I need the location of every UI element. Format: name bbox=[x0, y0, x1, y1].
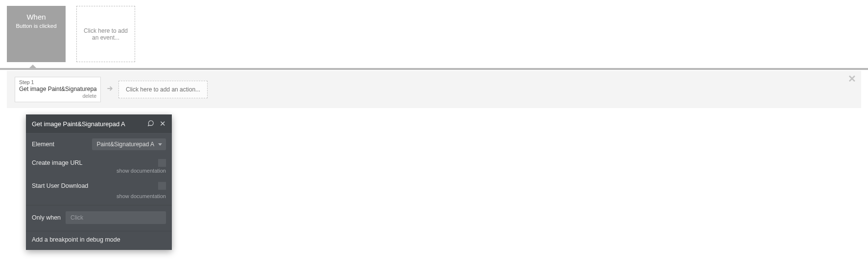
steps-panel: Step 1 Get image Paint&Signaturepad A de… bbox=[7, 71, 861, 108]
add-action-label: Click here to add an action... bbox=[126, 86, 200, 93]
event-card[interactable]: When Button is clicked bbox=[7, 6, 66, 62]
events-row: When Button is clicked Click here to add… bbox=[0, 0, 868, 68]
step-card[interactable]: Step 1 Get image Paint&Signaturepad A de… bbox=[15, 77, 101, 102]
divider-arrow-icon bbox=[28, 65, 37, 69]
close-steps-icon[interactable]: ✕ bbox=[848, 74, 856, 84]
step-delete-link[interactable]: delete bbox=[19, 93, 96, 99]
add-event-label: Click here to add an event... bbox=[82, 27, 130, 41]
add-event-card[interactable]: Click here to add an event... bbox=[76, 6, 135, 62]
event-when-label: When bbox=[26, 13, 46, 21]
arrow-right-icon bbox=[106, 85, 114, 94]
step-title: Get image Paint&Signaturepad A bbox=[19, 86, 96, 93]
step-number: Step 1 bbox=[19, 79, 96, 86]
event-description: Button is clicked bbox=[16, 23, 56, 29]
add-action-card[interactable]: Click here to add an action... bbox=[118, 81, 208, 98]
divider-bar bbox=[0, 68, 868, 70]
